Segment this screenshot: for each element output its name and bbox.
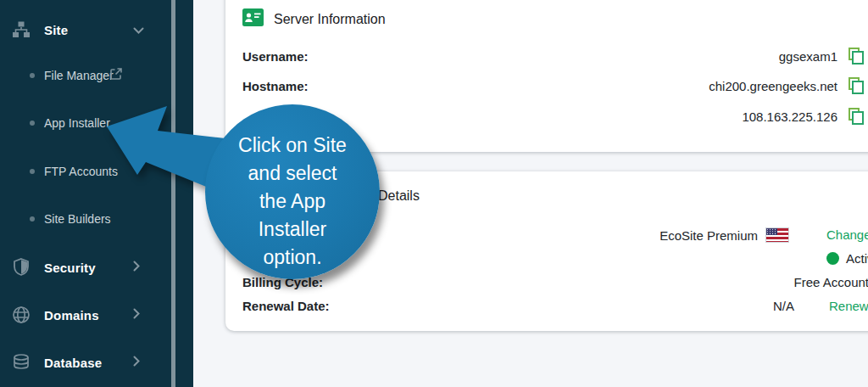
field-label: Hostname: xyxy=(242,79,309,93)
callout-text-line: the App xyxy=(205,188,380,216)
contact-card-icon xyxy=(242,8,264,30)
renew-now-link[interactable]: Renew Now xyxy=(829,299,868,313)
bullet-icon xyxy=(30,121,35,126)
globe-icon xyxy=(11,305,31,325)
card-header: Server Information xyxy=(242,8,386,30)
sidebar-item-app-installer[interactable]: App Installer xyxy=(0,111,170,135)
plan-name: EcoSite Premium xyxy=(659,228,758,243)
chevron-right-icon xyxy=(133,307,140,322)
plan-name-group: EcoSite Premium xyxy=(659,227,789,243)
sidebar-item-database[interactable]: Database xyxy=(0,348,165,377)
sidebar-item-site-builders[interactable]: Site Builders xyxy=(0,207,170,231)
callout-bubble: Click on Site and select the App Install… xyxy=(205,104,380,279)
callout-text-line: Installer xyxy=(205,216,380,244)
card-title: Server Information xyxy=(274,12,386,27)
bullet-icon xyxy=(30,216,35,222)
renewal-date-row: Renewal Date: N/A Renew Now xyxy=(242,299,868,316)
sidebar-item-label: Site xyxy=(44,23,68,37)
copy-icon[interactable] xyxy=(849,77,864,94)
card-title-fragment: Details xyxy=(378,188,420,204)
callout-text-line: Click on Site xyxy=(205,132,380,160)
status-badge: Active xyxy=(846,251,868,266)
field-label: Username: xyxy=(242,49,309,64)
billing-cycle-row: Billing Cycle: Free Account xyxy=(242,275,868,292)
sidebar-item-label: App Installer xyxy=(44,116,110,130)
callout-text-line: and select xyxy=(205,160,380,188)
username-value: ggsexam1 xyxy=(779,49,837,64)
sidebar-item-label: Security xyxy=(44,261,96,275)
database-icon xyxy=(11,352,31,373)
username-row: Username: ggsexam1 xyxy=(242,49,868,66)
chevron-right-icon xyxy=(133,260,140,275)
ip-address-value: 108.163.225.126 xyxy=(742,109,837,124)
sidebar-item-label: Database xyxy=(44,356,102,370)
external-link-icon xyxy=(110,68,122,83)
field-label: Renewal Date: xyxy=(242,299,330,313)
hostname-row: Hostname: chi200.greengeeks.net xyxy=(242,79,868,96)
sidebar-item-label: Domains xyxy=(44,308,99,322)
sidebar-item-security[interactable]: Security xyxy=(0,253,165,282)
shield-icon xyxy=(11,257,31,278)
sidebar-item-label: FTP Accounts xyxy=(44,165,118,178)
sidebar-item-ftp-accounts[interactable]: FTP Accounts xyxy=(0,160,170,183)
hostname-value: chi200.greengeeks.net xyxy=(709,79,837,93)
copy-icon[interactable] xyxy=(849,48,864,64)
sidebar-item-label: File Manager xyxy=(44,69,114,82)
sidebar-scrollbar[interactable] xyxy=(171,0,175,387)
billing-cycle-value: Free Account xyxy=(794,275,868,289)
renewal-date-value: N/A xyxy=(773,299,794,313)
sitemap-icon xyxy=(11,20,31,40)
bullet-icon xyxy=(30,169,35,174)
dashboard-page: Site File Manager App Installer FTP Acco… xyxy=(0,0,868,387)
status-dot-icon xyxy=(826,252,839,265)
sidebar-item-label: Site Builders xyxy=(44,212,111,226)
chevron-right-icon xyxy=(133,355,140,370)
chevron-down-icon xyxy=(133,22,144,37)
sidebar-item-domains[interactable]: Domains xyxy=(0,300,165,329)
bullet-icon xyxy=(30,73,35,78)
sidebar: Site File Manager App Installer FTP Acco… xyxy=(0,0,193,387)
change-plan-link[interactable]: Change Plan xyxy=(826,227,868,242)
sidebar-item-site[interactable]: Site xyxy=(0,15,165,44)
sidebar-item-file-manager[interactable]: File Manager xyxy=(0,64,170,87)
copy-icon[interactable] xyxy=(849,108,864,125)
callout-text-line: option. xyxy=(205,244,380,272)
us-flag-icon xyxy=(765,227,789,243)
